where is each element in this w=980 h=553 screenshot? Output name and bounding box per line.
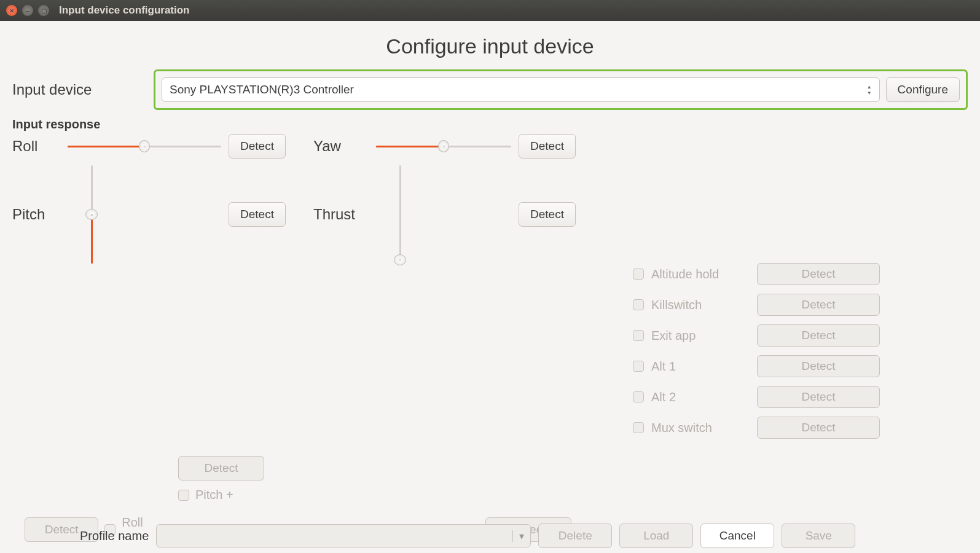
toggle-list: Altitude hold Detect Killswitch Detect E… — [633, 263, 968, 439]
slider-thumb-icon[interactable]: ≡ — [139, 140, 150, 152]
thrust-detect-button[interactable]: Detect — [519, 202, 576, 227]
window-titlebar: ✕ – ▢ Input device configuration — [0, 0, 980, 21]
list-item: Mux switch Detect — [633, 417, 968, 439]
alt2-label: Alt 2 — [651, 390, 750, 404]
yaw-detect-button[interactable]: Detect — [519, 134, 576, 159]
input-response-header: Input response — [12, 117, 968, 131]
althold-checkbox[interactable] — [633, 269, 644, 280]
yaw-slider[interactable]: ≡ — [376, 143, 511, 149]
input-device-highlight: Sony PLAYSTATION(R)3 Controller ▲▼ Confi… — [154, 69, 968, 110]
killswitch-detect-button[interactable]: Detect — [757, 294, 880, 316]
slider-thumb-icon[interactable]: ≡ — [85, 209, 98, 220]
pitch-slider[interactable]: ≡ — [86, 165, 97, 264]
alt1-checkbox[interactable] — [633, 361, 644, 372]
thrust-slider[interactable]: ≡ — [394, 165, 406, 264]
muxswitch-checkbox[interactable] — [633, 422, 644, 433]
list-item: Alt 2 Detect — [633, 386, 968, 408]
exitapp-detect-button[interactable]: Detect — [757, 324, 880, 347]
alt2-detect-button[interactable]: Detect — [757, 386, 880, 408]
yaw-label: Yaw — [313, 138, 369, 155]
chevron-down-icon[interactable]: ▾ — [512, 530, 524, 542]
profile-name-combo[interactable]: ▾ — [156, 524, 531, 547]
load-button[interactable]: Load — [619, 524, 693, 548]
thrust-label: Thrust — [313, 206, 369, 223]
muxswitch-label: Mux switch — [651, 421, 750, 435]
input-device-select[interactable]: Sony PLAYSTATION(R)3 Controller ▲▼ — [162, 77, 880, 102]
list-item: Altitude hold Detect — [633, 263, 968, 285]
killswitch-checkbox[interactable] — [633, 299, 644, 310]
input-device-value: Sony PLAYSTATION(R)3 Controller — [170, 83, 354, 96]
muxswitch-detect-button[interactable]: Detect — [757, 417, 880, 439]
alt2-checkbox[interactable] — [633, 391, 644, 402]
input-device-label: Input device — [12, 81, 147, 98]
roll-slider[interactable]: ≡ — [68, 143, 221, 149]
exitapp-checkbox[interactable] — [633, 330, 644, 341]
configure-button[interactable]: Configure — [886, 77, 960, 102]
pitch-plus-detect-button[interactable]: Detect — [178, 456, 264, 480]
window-title: Input device configuration — [59, 4, 190, 17]
save-button[interactable]: Save — [782, 524, 855, 548]
close-icon[interactable]: ✕ — [6, 5, 17, 16]
minimize-icon[interactable]: – — [22, 5, 33, 16]
list-item: Exit app Detect — [633, 324, 968, 347]
page-title: Configure input device — [12, 34, 968, 58]
pitch-plus-label: Pitch + — [195, 488, 233, 502]
alt1-detect-button[interactable]: Detect — [757, 355, 880, 377]
maximize-icon[interactable]: ▢ — [38, 5, 49, 16]
spinner-icon[interactable]: ▲▼ — [867, 84, 872, 96]
list-item: Killswitch Detect — [633, 294, 968, 316]
pitch-plus-checkbox[interactable] — [178, 490, 189, 501]
killswitch-label: Killswitch — [651, 298, 750, 312]
pitch-detect-button[interactable]: Detect — [229, 202, 286, 227]
slider-thumb-icon[interactable]: ≡ — [394, 254, 406, 265]
delete-button[interactable]: Delete — [538, 524, 612, 548]
althold-detect-button[interactable]: Detect — [757, 263, 880, 285]
slider-thumb-icon[interactable]: ≡ — [438, 140, 449, 152]
pitch-label: Pitch — [12, 206, 60, 223]
profile-name-label: Profile name — [80, 529, 149, 543]
althold-label: Altitude hold — [651, 267, 750, 281]
list-item: Alt 1 Detect — [633, 355, 968, 377]
roll-label: Roll — [12, 138, 60, 155]
alt1-label: Alt 1 — [651, 359, 750, 374]
roll-detect-button[interactable]: Detect — [229, 134, 286, 159]
footer: Profile name ▾ Delete Load Cancel Save — [12, 524, 968, 548]
cancel-button[interactable]: Cancel — [700, 524, 774, 548]
exitapp-label: Exit app — [651, 329, 750, 343]
